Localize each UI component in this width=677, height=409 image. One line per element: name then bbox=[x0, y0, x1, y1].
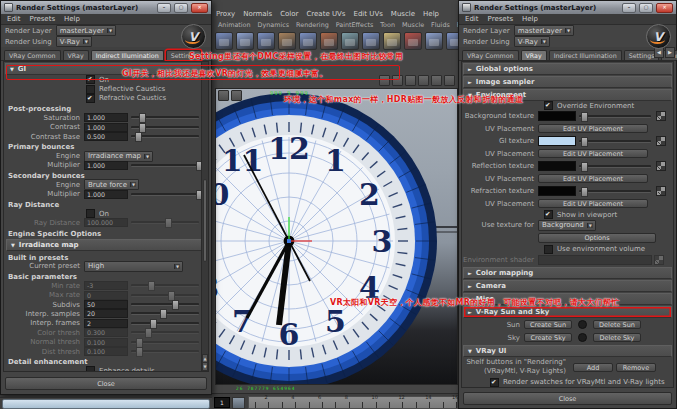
show-in-viewport-checkbox[interactable] bbox=[544, 210, 553, 219]
minimize-button[interactable]: – bbox=[157, 3, 171, 13]
refraction-texture-slider[interactable] bbox=[579, 190, 651, 193]
interp-frames-field[interactable]: 2 bbox=[84, 319, 128, 328]
create-sun-button[interactable]: Create Sun bbox=[524, 320, 572, 329]
background-texture-swatch[interactable] bbox=[538, 111, 576, 121]
interp-frames-slider[interactable] bbox=[131, 322, 199, 325]
refraction-texture-swatch[interactable] bbox=[538, 186, 576, 196]
dist-thresh-field[interactable]: 0.100 bbox=[84, 347, 128, 356]
reflection-texture-swatch[interactable] bbox=[538, 161, 576, 171]
tab-indirect-illumination[interactable]: Indirect Illumination bbox=[549, 50, 622, 60]
timeline-key-icon[interactable] bbox=[232, 397, 245, 409]
render-layer-dropdown[interactable]: masterLayer▼ bbox=[514, 25, 574, 36]
maximize-button[interactable]: ▢ bbox=[174, 3, 188, 13]
menu-proxy[interactable]: Proxy bbox=[216, 10, 235, 18]
multiplier-slider[interactable] bbox=[131, 193, 199, 196]
shelf-tab-rendering[interactable]: Rendering bbox=[296, 21, 329, 29]
menu-edit[interactable]: Edit bbox=[465, 15, 479, 23]
close-button[interactable]: ✕ bbox=[656, 3, 673, 13]
delete-sky-button[interactable]: Delete Sky bbox=[593, 333, 641, 342]
contrast-slider[interactable] bbox=[131, 126, 199, 129]
edit-uv-placement-button[interactable]: Edit UV Placement bbox=[538, 124, 648, 133]
section-image-sampler[interactable]: ►Image sampler bbox=[463, 76, 672, 88]
shelf-icon[interactable] bbox=[320, 32, 338, 50]
dist-thresh-slider[interactable] bbox=[131, 350, 199, 353]
shelf-icon[interactable] bbox=[383, 32, 401, 50]
shelf-tab-fluids[interactable]: Fluids bbox=[431, 21, 450, 29]
shelf-icon[interactable] bbox=[425, 32, 443, 50]
vertical-scrollbar[interactable]: ▲ ▼ bbox=[201, 62, 208, 371]
shelf-icon[interactable] bbox=[341, 32, 359, 50]
shelf-icon[interactable] bbox=[404, 32, 422, 50]
environment-shader-field[interactable] bbox=[538, 255, 652, 265]
edit-uv-placement-button[interactable]: Edit UV Placement bbox=[538, 149, 648, 158]
menu-edit-uvs[interactable]: Edit UVs bbox=[354, 10, 383, 18]
titlebar[interactable]: Render Settings (masterLayer) – ▢ ✕ bbox=[459, 1, 676, 14]
use-environment-volume-checkbox[interactable] bbox=[544, 245, 553, 254]
color-thresh-field[interactable]: 0.300 bbox=[84, 328, 128, 337]
section-camera[interactable]: ►Camera bbox=[463, 280, 672, 292]
shelf-icon[interactable] bbox=[215, 32, 233, 50]
menu-help[interactable]: Help bbox=[64, 15, 80, 23]
normal-thresh-slider[interactable] bbox=[131, 341, 199, 344]
shelf-tab-animation[interactable]: Animation bbox=[218, 21, 251, 29]
maximize-button[interactable]: ▢ bbox=[639, 3, 653, 13]
current-frame-field[interactable]: 1 bbox=[214, 397, 230, 408]
render-using-dropdown[interactable]: V-Ray▼ bbox=[56, 36, 92, 47]
interp-samples-slider[interactable] bbox=[131, 312, 199, 315]
menu-presets[interactable]: Presets bbox=[488, 15, 513, 23]
create-sky-button[interactable]: Create Sky bbox=[524, 333, 572, 342]
render-layer-dropdown[interactable]: masterLayer▼ bbox=[56, 25, 116, 36]
scrollbar-handle[interactable] bbox=[203, 179, 207, 261]
ray-distance-slider[interactable] bbox=[131, 221, 199, 224]
edit-uv-placement-button[interactable]: Edit UV Placement bbox=[538, 174, 648, 183]
subdivs-field[interactable]: 50 bbox=[84, 300, 128, 309]
panel-menu-icon[interactable] bbox=[231, 90, 242, 101]
refractive-caustics-checkbox[interactable] bbox=[86, 94, 95, 103]
multiplier-field[interactable]: 1.000 bbox=[84, 190, 128, 199]
saturation-slider[interactable] bbox=[131, 116, 199, 119]
gi-texture-slider[interactable] bbox=[579, 140, 651, 143]
saturation-field[interactable]: 1.000 bbox=[84, 113, 128, 122]
range-slider-bar[interactable] bbox=[2, 399, 210, 409]
perspective-viewport[interactable]: 999 9 999 121234567891011 bbox=[215, 88, 458, 385]
titlebar[interactable]: Render Settings (masterLayer) – ▢ ✕ bbox=[1, 1, 211, 14]
section-color-mapping[interactable]: ►Color mapping bbox=[463, 267, 672, 279]
map-icon[interactable] bbox=[656, 186, 666, 196]
sun-toggle[interactable] bbox=[578, 320, 587, 329]
section-global-options[interactable]: ►Global options bbox=[463, 63, 672, 75]
primary-engine-dropdown[interactable]: Irradiance map▼ bbox=[84, 151, 153, 162]
edit-uv-placement-button[interactable]: Edit UV Placement bbox=[538, 199, 648, 208]
menu-help[interactable]: Help bbox=[522, 15, 538, 23]
tab-vray-common[interactable]: VRay Common bbox=[462, 50, 519, 60]
shelf-icon[interactable] bbox=[278, 32, 296, 50]
contrast-base-field[interactable]: 0.500 bbox=[84, 132, 128, 141]
use-texture-for-dropdown[interactable]: Background▼ bbox=[538, 220, 596, 231]
minimize-button[interactable]: – bbox=[622, 3, 636, 13]
menu-create-uvs[interactable]: Create UVs bbox=[306, 10, 345, 18]
scroll-down-icon[interactable]: ▼ bbox=[202, 362, 208, 371]
section-vray-ui[interactable]: ▼ VRay UI bbox=[463, 345, 672, 357]
shelf-tab-muscle[interactable]: Muscle bbox=[402, 21, 424, 29]
secondary-engine-dropdown[interactable]: Brute force▼ bbox=[84, 179, 139, 190]
override-environment-checkbox[interactable] bbox=[544, 101, 553, 110]
max-rate-field[interactable]: 0 bbox=[84, 291, 128, 300]
time-slider[interactable]: 1 246810121416 bbox=[212, 393, 458, 409]
shelf-icon[interactable] bbox=[299, 32, 317, 50]
options-button[interactable]: Options bbox=[538, 233, 656, 243]
reflection-texture-slider[interactable] bbox=[579, 165, 651, 168]
tab-vray[interactable]: VRay bbox=[521, 50, 547, 60]
manipulator-z-axis[interactable] bbox=[287, 239, 291, 243]
snap-icon[interactable] bbox=[418, 75, 429, 86]
snap-icon[interactable] bbox=[444, 75, 455, 86]
add-button[interactable]: Add bbox=[573, 363, 613, 372]
normal-thresh-field[interactable]: 0.100 bbox=[84, 338, 128, 347]
shelf-tab-dynamics[interactable]: Dynamics bbox=[258, 21, 290, 29]
map-icon[interactable] bbox=[654, 255, 664, 265]
delete-sun-button[interactable]: Delete Sun bbox=[593, 320, 641, 329]
background-texture-slider[interactable] bbox=[579, 115, 651, 118]
contrast-base-slider[interactable] bbox=[131, 135, 199, 138]
close-panel-button[interactable]: Close bbox=[463, 392, 672, 405]
remove-button[interactable]: Remove bbox=[616, 363, 656, 372]
shelf-tab-painteffects[interactable]: PaintEffects bbox=[336, 21, 374, 29]
tab-vray-common[interactable]: VRay Common bbox=[4, 50, 61, 60]
